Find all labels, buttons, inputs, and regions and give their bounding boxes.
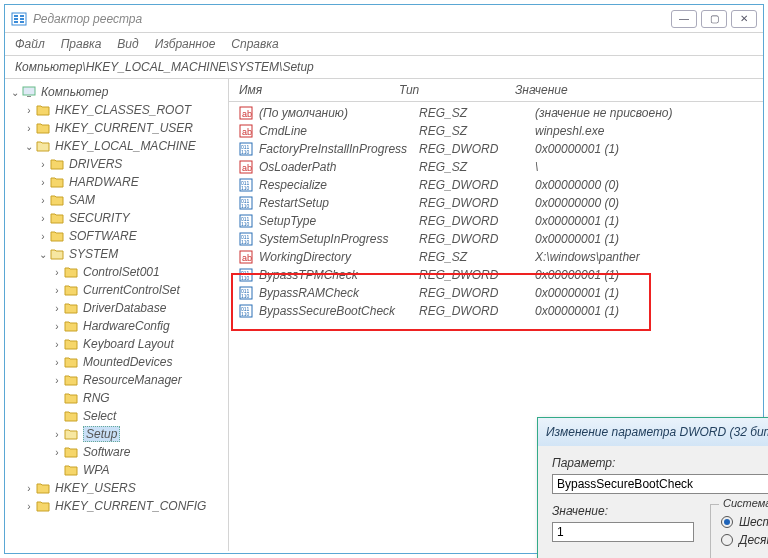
tree-item[interactable]: ⌄HKEY_LOCAL_MACHINE xyxy=(5,137,228,155)
value-type: REG_DWORD xyxy=(419,286,535,300)
value-row[interactable]: abWorkingDirectoryREG_SZX:\windows\panth… xyxy=(229,248,763,266)
value-data: 0x00000000 (0) xyxy=(535,196,763,210)
tree-label: Keyboard Layout xyxy=(83,337,174,351)
value-name: SystemSetupInProgress xyxy=(259,232,419,246)
menu-favorites[interactable]: Избранное xyxy=(155,37,216,51)
value-row[interactable]: 011110RespecializeREG_DWORD0x00000000 (0… xyxy=(229,176,763,194)
value-row[interactable]: ab(По умолчанию)REG_SZ(значение не присв… xyxy=(229,104,763,122)
value-row[interactable]: 011110SystemSetupInProgressREG_DWORD0x00… xyxy=(229,230,763,248)
close-button[interactable]: ✕ xyxy=(731,10,757,28)
menu-help[interactable]: Справка xyxy=(231,37,278,51)
tree-item[interactable]: ›DRIVERS xyxy=(5,155,228,173)
value-type: REG_DWORD xyxy=(419,214,535,228)
tree-item[interactable]: ›HKEY_CURRENT_CONFIG xyxy=(5,497,228,515)
tree-item[interactable]: ›ResourceManager xyxy=(5,371,228,389)
minimize-button[interactable]: — xyxy=(671,10,697,28)
value-row[interactable]: 011110BypassSecureBootCheckREG_DWORD0x00… xyxy=(229,302,763,320)
radio-hex[interactable] xyxy=(721,516,733,528)
value-row[interactable]: 011110BypassRAMCheckREG_DWORD0x00000001 … xyxy=(229,284,763,302)
tree-item[interactable]: ›SOFTWARE xyxy=(5,227,228,245)
address-bar[interactable]: Компьютер\HKEY_LOCAL_MACHINE\SYSTEM\Setu… xyxy=(5,55,763,79)
value-input[interactable] xyxy=(552,522,694,542)
tree-item[interactable]: ›HARDWARE xyxy=(5,173,228,191)
tree-item[interactable]: ›Software xyxy=(5,443,228,461)
svg-text:ab: ab xyxy=(242,163,252,173)
tree-item[interactable]: ›Setup xyxy=(5,425,228,443)
folder-icon xyxy=(49,211,65,225)
tree-item[interactable]: ›Keyboard Layout xyxy=(5,335,228,353)
tree-item[interactable]: ⌄Компьютер xyxy=(5,83,228,101)
menu-edit[interactable]: Правка xyxy=(61,37,102,51)
tree-item[interactable]: Select xyxy=(5,407,228,425)
value-row[interactable]: abOsLoaderPathREG_SZ\ xyxy=(229,158,763,176)
expand-icon[interactable]: › xyxy=(37,159,49,170)
tree-item[interactable]: ›CurrentControlSet xyxy=(5,281,228,299)
tree-item[interactable]: RNG xyxy=(5,389,228,407)
expand-icon[interactable]: › xyxy=(23,501,35,512)
expand-icon[interactable]: › xyxy=(37,213,49,224)
expand-icon[interactable]: › xyxy=(51,267,63,278)
tree-item[interactable]: WPA xyxy=(5,461,228,479)
value-type: REG_SZ xyxy=(419,106,535,120)
value-data: 0x00000001 (1) xyxy=(535,232,763,246)
expand-icon[interactable]: › xyxy=(51,303,63,314)
expand-icon[interactable]: › xyxy=(51,429,63,440)
expand-icon[interactable]: › xyxy=(23,483,35,494)
menu-view[interactable]: Вид xyxy=(117,37,138,51)
tree-item[interactable]: ›HKEY_CURRENT_USER xyxy=(5,119,228,137)
svg-rect-7 xyxy=(23,87,35,95)
tree-item[interactable]: ⌄SYSTEM xyxy=(5,245,228,263)
expand-icon[interactable]: › xyxy=(23,123,35,134)
expand-icon[interactable]: › xyxy=(51,321,63,332)
value-data: 0x00000001 (1) xyxy=(535,304,763,318)
tree-item[interactable]: ›HKEY_CLASSES_ROOT xyxy=(5,101,228,119)
value-type: REG_DWORD xyxy=(419,232,535,246)
tree-item[interactable]: ›DriverDatabase xyxy=(5,299,228,317)
svg-rect-2 xyxy=(14,18,18,20)
col-type[interactable]: Тип xyxy=(399,83,515,97)
radio-hex-row[interactable]: Шестнадцатеричная xyxy=(721,515,768,529)
col-name[interactable]: Имя xyxy=(229,83,399,97)
tree-item[interactable]: ›ControlSet001 xyxy=(5,263,228,281)
titlebar: Редактор реестра — ▢ ✕ xyxy=(5,5,763,33)
expand-icon[interactable]: › xyxy=(51,285,63,296)
svg-rect-5 xyxy=(20,18,24,20)
tree-item[interactable]: ›HardwareConfig xyxy=(5,317,228,335)
expand-icon[interactable]: › xyxy=(37,195,49,206)
value-row[interactable]: 011110RestartSetupREG_DWORD0x00000000 (0… xyxy=(229,194,763,212)
tree-label: HardwareConfig xyxy=(83,319,170,333)
expand-icon[interactable]: › xyxy=(51,375,63,386)
tree-item[interactable]: ›HKEY_USERS xyxy=(5,479,228,497)
tree-label: SAM xyxy=(69,193,95,207)
param-input[interactable] xyxy=(552,474,768,494)
folder-icon xyxy=(35,481,51,495)
value-row[interactable]: 011110BypassTPMCheckREG_DWORD0x00000001 … xyxy=(229,266,763,284)
expand-icon[interactable]: ⌄ xyxy=(9,87,21,98)
expand-icon[interactable]: › xyxy=(51,339,63,350)
value-row[interactable]: 011110FactoryPreInstallInProgressREG_DWO… xyxy=(229,140,763,158)
value-row[interactable]: 011110SetupTypeREG_DWORD0x00000001 (1) xyxy=(229,212,763,230)
expand-icon[interactable]: › xyxy=(37,231,49,242)
list-pane[interactable]: Имя Тип Значение ab(По умолчанию)REG_SZ(… xyxy=(229,79,763,551)
expand-icon[interactable]: ⌄ xyxy=(37,249,49,260)
expand-icon[interactable]: › xyxy=(37,177,49,188)
expand-icon[interactable]: › xyxy=(51,447,63,458)
menu-file[interactable]: Файл xyxy=(15,37,45,51)
expand-icon[interactable]: › xyxy=(51,357,63,368)
maximize-button[interactable]: ▢ xyxy=(701,10,727,28)
expand-icon[interactable]: › xyxy=(23,105,35,116)
tree-label: HKEY_CURRENT_CONFIG xyxy=(55,499,206,513)
radio-dec-row[interactable]: Десятичная xyxy=(721,533,768,547)
folder-icon xyxy=(49,157,65,171)
tree-item[interactable]: ›SAM xyxy=(5,191,228,209)
col-value[interactable]: Значение xyxy=(515,83,763,97)
value-row[interactable]: abCmdLineREG_SZwinpeshl.exe xyxy=(229,122,763,140)
tree-item[interactable]: ›SECURITY xyxy=(5,209,228,227)
menubar: Файл Правка Вид Избранное Справка xyxy=(5,33,763,55)
tree-item[interactable]: ›MountedDevices xyxy=(5,353,228,371)
radio-dec[interactable] xyxy=(721,534,733,546)
expand-icon[interactable]: ⌄ xyxy=(23,141,35,152)
tree-pane[interactable]: ⌄Компьютер›HKEY_CLASSES_ROOT›HKEY_CURREN… xyxy=(5,79,229,551)
tree-label: HKEY_CLASSES_ROOT xyxy=(55,103,191,117)
tree-label: Setup xyxy=(83,426,120,442)
